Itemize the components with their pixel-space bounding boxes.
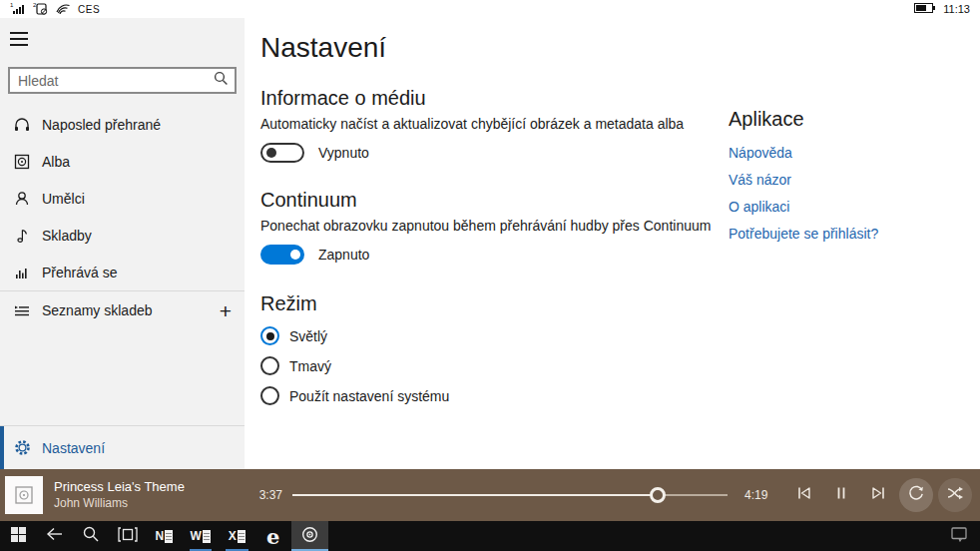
pause-icon	[834, 485, 848, 505]
media-info-toggle[interactable]	[260, 143, 304, 163]
hamburger-menu-button[interactable]	[10, 27, 38, 51]
radio-option-light[interactable]: Světlý	[260, 326, 980, 345]
battery-icon	[914, 3, 935, 15]
page-title: Nastavení	[260, 32, 980, 64]
task-view-icon	[118, 527, 138, 546]
action-center-button[interactable]	[938, 521, 980, 551]
taskbar-search-button[interactable]	[73, 521, 110, 551]
toggle-state-label: Zapnuto	[318, 247, 369, 263]
word-icon: W	[191, 529, 211, 543]
sidebar-item-songs[interactable]: Skladby	[0, 217, 245, 254]
app-links-title: Aplikace	[729, 108, 878, 131]
sidebar: Hledat Naposled přehrané Alba	[0, 18, 245, 469]
album-icon	[12, 154, 32, 170]
onenote-icon: N	[155, 529, 173, 543]
track-artist: John Williams	[54, 496, 248, 511]
search-icon[interactable]	[214, 71, 229, 90]
continuum-toggle[interactable]	[260, 245, 304, 265]
previous-icon	[795, 485, 813, 505]
search-icon	[83, 526, 99, 546]
radio-option-system[interactable]: Použít nastavení systému	[260, 386, 980, 405]
taskbar: N W X e	[0, 521, 980, 551]
sidebar-item-label: Seznamy skladeb	[42, 302, 153, 318]
sidebar-item-label: Umělci	[42, 191, 85, 207]
sidebar-item-now-playing[interactable]: Přehrává se	[0, 254, 245, 290]
search-input[interactable]: Hledat	[8, 67, 237, 94]
word-taskbar-button[interactable]: W	[183, 521, 220, 551]
task-view-button[interactable]	[110, 521, 147, 551]
start-button[interactable]	[0, 521, 37, 551]
app-window: Hledat Naposled přehrané Alba	[0, 18, 980, 469]
app-links-panel: Aplikace Nápověda Váš názor O aplikaci P…	[729, 108, 878, 253]
feedback-link[interactable]: Váš názor	[729, 172, 878, 188]
groove-taskbar-button[interactable]	[291, 521, 328, 551]
progress-knob[interactable]	[650, 487, 666, 503]
windows-logo-icon	[11, 527, 26, 546]
radio-label: Světlý	[289, 328, 327, 344]
track-title: Princess Leia's Theme	[54, 479, 248, 495]
sidebar-nav: Naposled přehrané Alba Umělci Skladby	[0, 106, 245, 290]
sidebar-item-label: Naposled přehrané	[42, 117, 161, 133]
shuffle-icon	[946, 485, 964, 505]
song-note-icon	[12, 228, 32, 244]
radio-label: Tmavý	[289, 358, 331, 374]
cellular-signal-1-icon: 1	[10, 2, 26, 17]
progress-fill	[292, 494, 658, 496]
sidebar-item-label: Skladby	[42, 228, 92, 244]
carrier-label: CES	[78, 4, 100, 15]
total-time: 4:19	[744, 488, 774, 502]
section-title: Režim	[260, 292, 980, 315]
excel-taskbar-button[interactable]: X	[219, 521, 255, 551]
back-arrow-icon	[46, 527, 63, 545]
clock: 11:13	[943, 3, 970, 15]
sidebar-item-label: Alba	[42, 154, 70, 170]
gear-icon	[12, 439, 32, 456]
excel-icon: X	[229, 529, 245, 543]
playback-bar: Princess Leia's Theme John Williams 3:37…	[0, 469, 980, 521]
sidebar-item-label: Nastavení	[42, 440, 105, 456]
repeat-button[interactable]	[899, 478, 933, 512]
next-button[interactable]	[862, 479, 894, 511]
svg-text:1: 1	[10, 2, 14, 8]
edge-icon: e	[266, 526, 279, 547]
now-playing-icon	[12, 265, 32, 280]
sidebar-item-settings[interactable]: Nastavení	[0, 426, 245, 469]
about-link[interactable]: O aplikaci	[729, 199, 878, 215]
sidebar-item-recently-played[interactable]: Naposled přehrané	[0, 106, 245, 143]
elapsed-time: 3:37	[248, 488, 282, 502]
sidebar-item-albums[interactable]: Alba	[0, 143, 245, 180]
album-art-placeholder[interactable]	[5, 476, 43, 514]
radio-button[interactable]	[260, 386, 279, 405]
action-center-icon	[951, 527, 967, 546]
add-playlist-button[interactable]: +	[220, 300, 232, 321]
previous-button[interactable]	[788, 479, 820, 511]
onenote-taskbar-button[interactable]: N	[146, 521, 183, 551]
back-button[interactable]	[37, 521, 74, 551]
sidebar-item-label: Přehrává se	[42, 265, 117, 280]
status-bar: 1 2 CES 11:13	[0, 0, 980, 18]
search-placeholder: Hledat	[18, 73, 214, 89]
track-info[interactable]: Princess Leia's Theme John Williams	[54, 479, 248, 510]
section-mode: Režim Světlý Tmavý Použít nastavení syst…	[260, 292, 980, 405]
sidebar-item-artists[interactable]: Umělci	[0, 180, 245, 217]
repeat-icon	[907, 484, 925, 506]
sidebar-spacer	[0, 329, 245, 425]
pause-button[interactable]	[825, 479, 857, 511]
seek-slider[interactable]	[292, 486, 728, 504]
sign-in-link[interactable]: Potřebujete se přihlásit?	[729, 226, 878, 242]
radio-button[interactable]	[260, 356, 279, 375]
edge-taskbar-button[interactable]: e	[255, 521, 292, 551]
sidebar-item-playlists[interactable]: Seznamy skladeb +	[0, 291, 245, 329]
radio-button[interactable]	[260, 326, 279, 345]
radio-label: Použít nastavení systému	[289, 388, 449, 404]
section-title: Informace o médiu	[260, 87, 980, 110]
next-icon	[869, 485, 887, 505]
groove-music-icon	[301, 526, 318, 547]
radio-option-dark[interactable]: Tmavý	[260, 356, 980, 375]
wifi-icon	[56, 2, 71, 16]
help-link[interactable]: Nápověda	[729, 145, 878, 161]
headphones-icon	[12, 117, 32, 133]
shuffle-button[interactable]	[938, 478, 972, 512]
settings-page: Nastavení Informace o médiu Automaticky …	[245, 18, 980, 469]
toggle-state-label: Vypnuto	[318, 145, 369, 161]
